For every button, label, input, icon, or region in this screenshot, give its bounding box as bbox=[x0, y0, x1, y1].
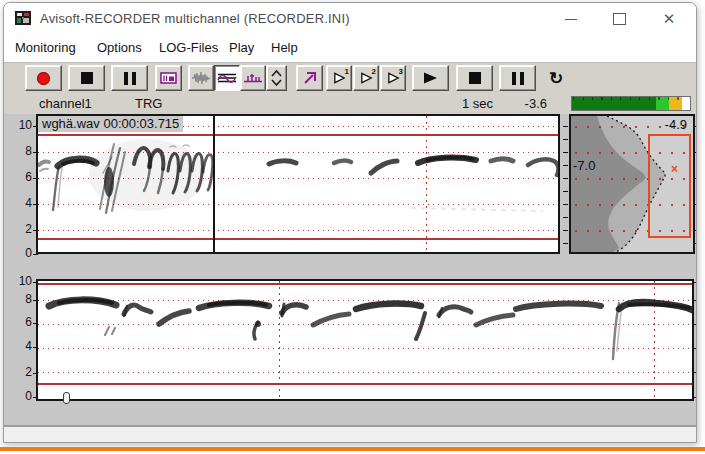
filename-overlay: wghä.wav 00:00:03.715 bbox=[38, 116, 183, 132]
level-db-label: -3.6 bbox=[506, 96, 547, 111]
trigger-setup-button[interactable] bbox=[240, 65, 266, 91]
minimize-button[interactable] bbox=[554, 3, 588, 35]
pause-icon bbox=[124, 72, 136, 85]
pause-record-button[interactable] bbox=[111, 65, 148, 91]
waveform-view-button[interactable] bbox=[188, 65, 214, 91]
axis-label: 10 bbox=[6, 274, 32, 288]
axis-label: 0 bbox=[6, 246, 32, 260]
spectrogram-view-button[interactable] bbox=[214, 65, 240, 91]
time-scale-label: 1 sec bbox=[449, 96, 493, 111]
window-title: Avisoft-RECORDER multichannel (RECORDER.… bbox=[40, 11, 350, 26]
toolbar: 1 2 3 ↻ bbox=[4, 63, 696, 93]
menu-log-files[interactable]: LOG-Files bbox=[159, 40, 218, 55]
stop-playback-button[interactable] bbox=[456, 65, 493, 91]
play-3-badge: 3 bbox=[399, 67, 403, 76]
menu-monitoring[interactable]: Monitoring bbox=[15, 40, 76, 55]
menu-bar: Monitoring Options LOG-Files Play Help bbox=[4, 35, 696, 63]
play-channel-2-button[interactable]: 2 bbox=[353, 65, 379, 91]
axis-label: 2 bbox=[6, 222, 32, 236]
loop-icon: ↻ bbox=[549, 70, 563, 87]
menu-options[interactable]: Options bbox=[97, 40, 142, 55]
menu-help[interactable]: Help bbox=[271, 40, 298, 55]
app-icon bbox=[14, 10, 32, 26]
upper-spectrogram-calls bbox=[37, 115, 560, 253]
axis-label: 10 bbox=[6, 118, 32, 132]
lower-spectrogram-calls bbox=[36, 280, 692, 400]
status-row: channel1 TRG 1 sec -3.6 bbox=[4, 93, 696, 114]
meter-ticks bbox=[573, 97, 685, 100]
close-button[interactable]: ✕ bbox=[652, 3, 686, 35]
play-channel-3-button[interactable]: 3 bbox=[380, 65, 406, 91]
title-bar[interactable]: Avisoft-RECORDER multichannel (RECORDER.… bbox=[4, 3, 696, 35]
arrow-up-right-icon bbox=[302, 70, 318, 86]
upper-spectrogram[interactable]: wghä.wav 00:00:03.715 bbox=[36, 114, 560, 254]
gain-spinner[interactable] bbox=[266, 65, 287, 91]
play-channel-1-button[interactable]: 1 bbox=[326, 65, 352, 91]
stop-icon bbox=[469, 72, 481, 84]
play-1-badge: 1 bbox=[345, 67, 349, 76]
main-area: 10 8 6 4 2 0 bbox=[4, 114, 696, 443]
axis-label: 6 bbox=[6, 170, 32, 184]
app-window: Avisoft-RECORDER multichannel (RECORDER.… bbox=[3, 2, 697, 443]
axis-label: 4 bbox=[6, 339, 32, 353]
record-button[interactable] bbox=[25, 65, 62, 91]
trigger-marker[interactable]: × bbox=[671, 163, 678, 175]
spectrum-level-label: -7.0 bbox=[573, 158, 595, 173]
spectrum-panel[interactable]: × -4.9 -7.0 bbox=[569, 114, 695, 254]
maximize-button[interactable] bbox=[602, 3, 636, 35]
pause-playback-button[interactable] bbox=[499, 65, 536, 91]
axis-label: 8 bbox=[6, 144, 32, 158]
loop-playback-button[interactable]: ↻ bbox=[542, 65, 570, 91]
monitor-icon bbox=[160, 72, 178, 85]
menu-play[interactable]: Play bbox=[229, 40, 254, 55]
spectrogram-icon bbox=[217, 71, 237, 85]
stop-record-button[interactable] bbox=[68, 65, 105, 91]
axis-label: 8 bbox=[6, 292, 32, 306]
bottom-strip bbox=[4, 427, 696, 443]
peak-db-label: -4.9 bbox=[665, 117, 687, 132]
trigger-comb-icon bbox=[243, 71, 263, 85]
waveform-icon bbox=[191, 71, 211, 85]
play-filled-icon bbox=[422, 71, 439, 85]
axis-label: 2 bbox=[6, 365, 32, 379]
screen: Avisoft-RECORDER multichannel (RECORDER.… bbox=[0, 0, 705, 454]
stop-icon bbox=[81, 72, 93, 84]
jump-to-file-button[interactable] bbox=[296, 65, 323, 91]
pause-icon bbox=[512, 72, 524, 85]
trigger-label: TRG bbox=[135, 96, 162, 111]
chevrons-up-down-icon bbox=[269, 67, 284, 89]
lower-spectrogram[interactable] bbox=[36, 279, 694, 401]
play-2-badge: 2 bbox=[372, 67, 376, 76]
spectrogram-section-divider bbox=[213, 116, 215, 252]
record-icon bbox=[37, 72, 50, 85]
axis-label: 6 bbox=[6, 315, 32, 329]
position-marker[interactable] bbox=[63, 392, 70, 404]
monitor-setup-button[interactable] bbox=[155, 65, 182, 91]
axis-label: 0 bbox=[6, 389, 32, 403]
axis-label: 4 bbox=[6, 196, 32, 210]
channel-label: channel1 bbox=[39, 96, 92, 111]
trigger-threshold-rect[interactable] bbox=[648, 134, 691, 238]
bottom-stripe bbox=[0, 447, 705, 451]
play-button[interactable] bbox=[412, 65, 449, 91]
